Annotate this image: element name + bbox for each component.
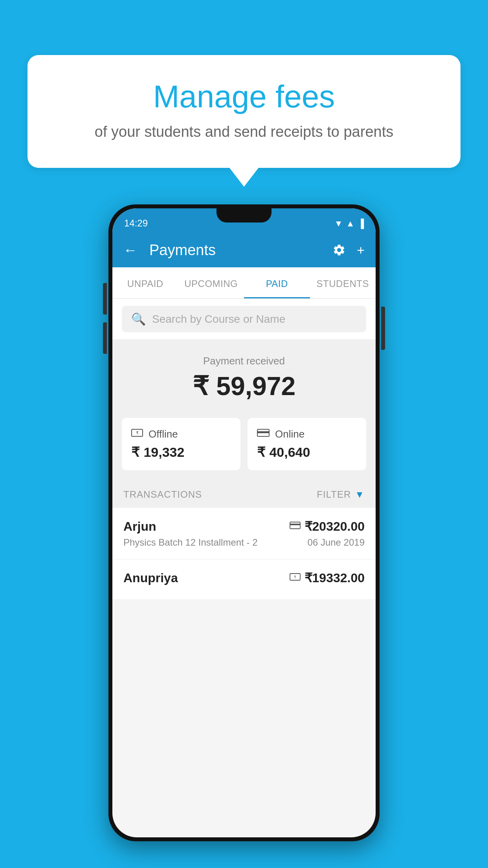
svg-text:₹: ₹: [294, 575, 296, 579]
online-card: Online ₹ 40,640: [248, 418, 366, 470]
phone-frame: 14:29 ▼ ▲ ▐ ← Payments + UNPAID UPCOMING…: [108, 204, 380, 841]
filter-icon: ▼: [355, 489, 365, 500]
filter-button[interactable]: FILTER ▼: [317, 489, 365, 500]
payment-received-label: Payment received: [124, 355, 364, 367]
tab-paid[interactable]: PAID: [244, 278, 310, 298]
tab-unpaid[interactable]: UNPAID: [112, 278, 178, 298]
signal-icon: ▲: [346, 219, 355, 229]
transactions-header: TRANSACTIONS FILTER ▼: [112, 481, 376, 508]
status-time: 14:29: [124, 218, 148, 229]
tx-date: 06 June 2019: [308, 537, 365, 548]
bubble-subtitle: of your students and send receipts to pa…: [55, 123, 433, 140]
offline-label: Offline: [149, 428, 178, 440]
power-button: [381, 307, 385, 350]
search-icon: 🔍: [131, 312, 146, 326]
transactions-label: TRANSACTIONS: [123, 489, 202, 500]
gear-icon[interactable]: [332, 243, 346, 257]
tx-row-bottom: Physics Batch 12 Installment - 2 06 June…: [123, 537, 365, 548]
volume-button-down: [103, 322, 107, 354]
wifi-icon: ▼: [334, 219, 343, 229]
tx-name: Arjun: [123, 519, 156, 534]
tx-amount-wrap: ₹ ₹19332.00: [290, 570, 365, 585]
phone-notch: [216, 208, 272, 223]
tx-payment-type-icon: ₹: [290, 572, 301, 584]
battery-icon: ▐: [358, 219, 364, 229]
tab-students[interactable]: STUDENTS: [310, 278, 376, 298]
speech-bubble: Manage fees of your students and send re…: [28, 55, 460, 168]
offline-card-header: ₹ Offline: [131, 428, 231, 440]
online-card-header: Online: [257, 428, 357, 440]
header-title: Payments: [149, 242, 325, 259]
svg-rect-4: [290, 522, 300, 529]
speech-bubble-container: Manage fees of your students and send re…: [28, 55, 460, 168]
payment-received-section: Payment received ₹ 59,972: [112, 339, 376, 409]
search-bar-container: 🔍 Search by Course or Name: [112, 299, 376, 339]
offline-icon: ₹: [131, 428, 143, 440]
tx-amount: ₹19332.00: [305, 570, 365, 585]
app-header: ← Payments +: [112, 233, 376, 267]
back-button[interactable]: ←: [123, 242, 138, 258]
tx-name: Anupriya: [123, 571, 178, 585]
online-icon: [257, 428, 270, 440]
svg-rect-3: [257, 431, 269, 433]
filter-label: FILTER: [317, 489, 351, 500]
bubble-title: Manage fees: [55, 79, 433, 115]
svg-rect-5: [290, 524, 300, 525]
search-input[interactable]: Search by Course or Name: [152, 313, 285, 326]
online-amount: ₹ 40,640: [257, 444, 357, 460]
tx-row-top: Arjun ₹20320.00: [123, 519, 365, 534]
offline-amount: ₹ 19,332: [131, 444, 231, 460]
online-label: Online: [275, 428, 305, 440]
tx-amount-wrap: ₹20320.00: [290, 519, 365, 534]
offline-card: ₹ Offline ₹ 19,332: [122, 418, 240, 470]
svg-text:₹: ₹: [136, 430, 139, 435]
transaction-row[interactable]: Anupriya ₹ ₹19332.00: [112, 559, 376, 600]
plus-button[interactable]: +: [357, 243, 365, 258]
volume-button-up: [103, 283, 107, 314]
payment-cards-row: ₹ Offline ₹ 19,332 Online: [112, 409, 376, 481]
tx-course: Physics Batch 12 Installment - 2: [123, 537, 257, 548]
tx-payment-type-icon: [290, 520, 301, 533]
tab-upcoming[interactable]: UPCOMING: [178, 278, 244, 298]
status-icons: ▼ ▲ ▐: [334, 219, 364, 229]
search-inner[interactable]: 🔍 Search by Course or Name: [122, 306, 366, 332]
payment-received-amount: ₹ 59,972: [124, 371, 364, 401]
transaction-row[interactable]: Arjun ₹20320.00 Physics Batch 12 Install…: [112, 508, 376, 559]
tx-amount: ₹20320.00: [305, 519, 365, 534]
header-icons: +: [332, 243, 365, 258]
tx-row-top: Anupriya ₹ ₹19332.00: [123, 570, 365, 585]
phone-screen: 14:29 ▼ ▲ ▐ ← Payments + UNPAID UPCOMING…: [112, 208, 376, 837]
tabs-container: UNPAID UPCOMING PAID STUDENTS: [112, 267, 376, 299]
